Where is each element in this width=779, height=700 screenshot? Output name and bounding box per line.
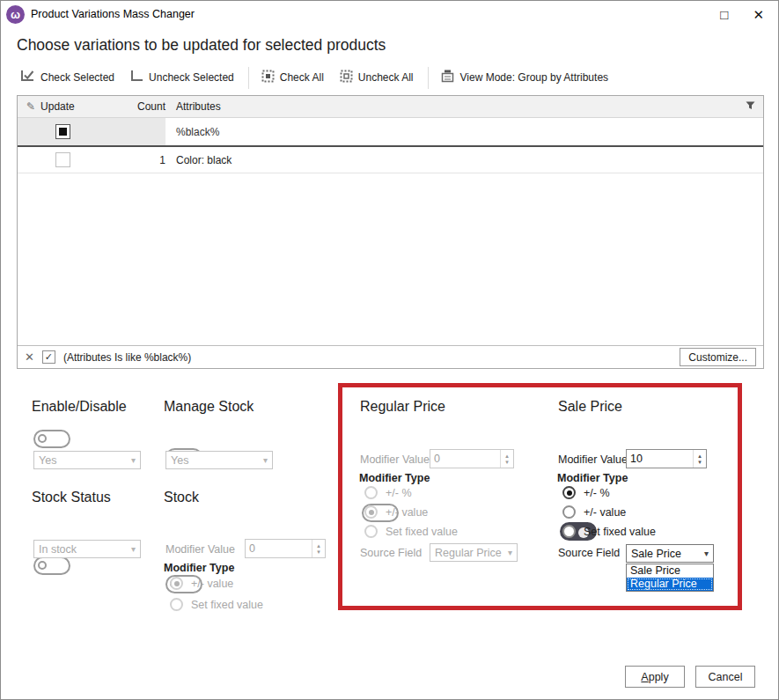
radio-label: Set fixed value [584,526,656,538]
radio-icon [364,505,378,519]
app-logo-icon: ω [6,5,25,24]
regular-price-modifier-value-label: Modifier Value [360,453,430,466]
sale-price-source-field-label: Source Field [558,547,620,559]
spinner-arrows-icon[interactable]: ▴▾ [693,450,706,468]
toggle-knob [38,434,47,443]
radio-label: +/- % [386,487,412,499]
section-title-stock: Stock [164,490,199,505]
check-all-icon [261,70,275,85]
sale-price-modifier-type-label: Modifier Type [557,472,628,484]
radio-label: +/- value [584,506,626,519]
regular-price-modifier-value-spinner[interactable]: ▴▾ [430,449,514,468]
table-row[interactable]: 1 Color: black [18,147,763,173]
view-mode-label: View Mode: Group by Attributes [460,71,609,84]
filter-checkbox[interactable] [55,124,70,139]
section-title-regular-price: Regular Price [360,399,445,415]
radio-icon [170,577,183,590]
chevron-down-icon: ▾ [508,548,512,557]
grid-empty-body [18,173,763,345]
apply-button[interactable]: Apply [625,666,685,688]
radio-icon [170,598,183,611]
radio-icon [562,505,576,519]
enable-disable-toggle[interactable] [33,430,70,448]
column-header-count[interactable]: Count [119,100,165,113]
chevron-down-icon: ▾ [263,455,268,465]
check-all-label: Check All [280,71,324,84]
radio-icon [364,525,378,538]
section-title-enable-disable: Enable/Disable [32,399,127,415]
filter-description: (Attributes Is like %black%) [63,351,191,364]
check-all-button[interactable]: Check All [258,67,331,88]
uncheck-selected-label: Uncheck Selected [149,71,234,84]
grid-header-row: ✎ Update Count Attributes [18,96,763,118]
uncheck-all-icon [340,70,353,85]
spinner-arrows-icon[interactable]: ▴▾ [500,450,513,468]
variations-grid: ✎ Update Count Attributes %black% 1 [17,95,764,369]
page-title: Choose variations to be updated for sele… [17,36,386,55]
maximize-button[interactable]: □ [720,8,728,21]
check-selected-button[interactable]: Check Selected [17,67,121,88]
section-title-manage-stock: Manage Stock [164,399,254,415]
filter-enabled-checkbox[interactable]: ✓ [42,350,55,364]
clear-filter-icon[interactable]: ✕ [25,350,34,364]
sale-price-modifier-value-spinner[interactable]: ▴▾ [626,449,707,468]
regular-price-modifier-value-input[interactable] [430,450,500,468]
section-title-stock-status: Stock Status [32,490,111,505]
sale-price-modifier-value-label: Modifier Value [558,453,628,466]
uncheck-selected-button[interactable]: Uncheck Selected [127,67,241,88]
stock-modifier-value-input[interactable] [246,540,312,557]
dialog-window: ω Product Variations Mass Changer □ ✕ Ch… [0,0,779,700]
stock-modifier-value-spinner[interactable]: ▴▾ [245,539,326,558]
stock-radio-plus-minus-value[interactable]: +/- value [170,577,233,590]
sale-price-radio-value[interactable]: +/- value [562,505,626,519]
radio-label: +/- value [191,578,233,590]
enable-disable-select[interactable]: Yes ▾ [33,451,141,469]
grid-filter-row: %black% [18,118,763,145]
dropdown-option-regular-price[interactable]: Regular Price [627,578,713,591]
manage-stock-select[interactable]: Yes ▾ [165,451,273,469]
chevron-down-icon: ▾ [704,549,709,558]
sale-price-modifier-value-input[interactable] [627,450,693,468]
dropdown-option-sale-price[interactable]: Sale Price [627,564,713,578]
grid-filter-bar: ✕ ✓ (Attributes Is like %black%) Customi… [18,345,763,368]
uncheck-all-button[interactable]: Uncheck All [336,67,421,88]
radio-icon [562,525,576,538]
view-mode-button[interactable]: View Mode: Group by Attributes [437,67,616,88]
regular-price-modifier-type-label: Modifier Type [359,472,430,484]
uncheck-all-label: Uncheck All [358,71,414,84]
regular-price-radio-percent[interactable]: +/- % [364,486,412,499]
stock-radio-set-fixed-value[interactable]: Set fixed value [170,598,263,611]
radio-label: +/- % [584,487,610,499]
source-field-value: Regular Price [435,547,502,559]
row-checkbox[interactable] [55,152,70,167]
spinner-arrows-icon[interactable]: ▴▾ [312,540,325,557]
cancel-button[interactable]: Cancel [695,666,755,688]
column-header-attributes[interactable]: Attributes [165,100,746,113]
stock-status-toggle[interactable] [33,556,70,575]
attributes-filter-value[interactable]: %black% [165,126,763,138]
regular-price-source-field-select[interactable]: Regular Price ▾ [430,543,518,562]
stock-status-select[interactable]: In stock ▾ [33,540,141,558]
close-button[interactable]: ✕ [753,8,764,21]
regular-price-radio-fixed[interactable]: Set fixed value [364,525,458,538]
row-count: 1 [119,154,165,166]
sale-price-radio-fixed[interactable]: Set fixed value [562,525,656,538]
row-attributes: Color: black [165,154,763,166]
sale-price-source-field-select[interactable]: Sale Price ▾ [626,544,714,563]
window-title: Product Variations Mass Changer [31,8,195,20]
source-field-value: Sale Price [631,548,681,560]
filter-funnel-icon[interactable] [746,100,755,113]
column-header-update[interactable]: Update [40,100,75,113]
toolbar: Check Selected Uncheck Selected Check Al… [17,65,621,90]
customize-button[interactable]: Customize... [680,348,756,366]
regular-price-radio-value[interactable]: +/- value [364,505,428,519]
sale-price-radio-percent[interactable]: +/- % [562,486,610,499]
regular-price-source-field-label: Source Field [360,547,422,559]
chevron-down-icon: ▾ [131,455,136,465]
pencil-icon: ✎ [26,100,35,113]
radio-label: +/- value [386,506,428,519]
view-mode-icon [441,70,455,85]
title-bar: ω Product Variations Mass Changer □ ✕ [1,1,778,27]
check-selected-icon [20,70,35,85]
stock-modifier-value-label: Modifier Value [165,543,235,556]
